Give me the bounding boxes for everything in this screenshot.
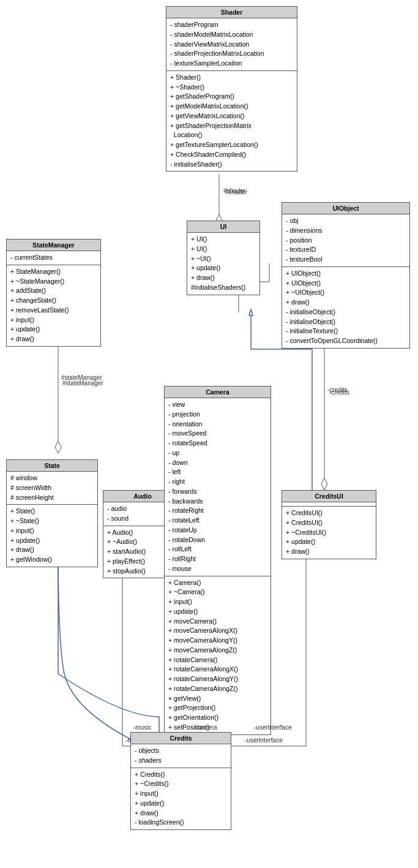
uiobject-box: UIObject - obj - dimensions - position -… — [282, 202, 410, 349]
statemanager-attributes: - currentStates — [7, 251, 100, 265]
shader-methods: + Shader() + ~Shader() + getShaderProgra… — [166, 71, 297, 172]
uiobject-methods: + UIObject() + UIObject() + ~UIObject() … — [282, 267, 409, 348]
credits-box: Credits - objects - shaders + Credits() … — [130, 732, 231, 830]
uml-diagram: #shader #stateManager -credits -camera -… — [0, 0, 418, 868]
svg-marker-8 — [321, 478, 327, 490]
state-title: State — [7, 460, 97, 472]
credits-attributes: - objects - shaders — [131, 744, 231, 768]
shader-attributes: - shaderProgram - shaderModelMatrixLocat… — [166, 18, 297, 71]
shader-box: Shader - shaderProgram - shaderModelMatr… — [166, 6, 297, 172]
creditsui-box: CreditsUI + CreditsUI() + CreditsUI() + … — [282, 490, 376, 559]
credits-title: Credits — [131, 733, 231, 744]
statemanager-box: StateManager - currentStates + StateMana… — [6, 239, 101, 347]
creditsui-title: CreditsUI — [282, 491, 376, 502]
music-label: -music — [133, 724, 151, 731]
camera-attributes: - view - projection - orientation - move… — [165, 398, 271, 576]
camera-methods: + Camera() + ~Camera() + input() + updat… — [165, 576, 271, 734]
uiobject-title: UIObject — [282, 203, 409, 214]
ui-box: UI + UI() + UI() + ~UI() + update() + dr… — [187, 221, 260, 295]
state-methods: + State() + ~State() + input() + update(… — [7, 505, 97, 567]
ui-title: UI — [187, 221, 259, 233]
state-box: State # window # screenWidth # screenHei… — [6, 459, 98, 567]
shader-label: #shader — [225, 189, 247, 195]
camera-box: Camera - view - projection - orientation… — [164, 386, 271, 735]
svg-marker-4 — [55, 441, 61, 453]
camera-label: -camera — [195, 724, 217, 731]
svg-marker-24 — [249, 309, 253, 315]
ui-methods: + UI() + UI() + ~UI() + update() + draw(… — [187, 233, 259, 295]
credits-ref-label: -credits — [329, 389, 349, 396]
shader-title: Shader — [166, 7, 297, 18]
creditsui-empty — [282, 502, 376, 507]
camera-title: Camera — [165, 387, 271, 398]
ui-label: -userInterface — [254, 724, 292, 731]
uiobject-attributes: - obj - dimensions - position - textureI… — [282, 214, 409, 267]
svg-text:-userInterface: -userInterface — [245, 737, 283, 744]
credits-methods: + Credits() + ~Credits() + input() + upd… — [131, 768, 231, 830]
state-attributes: # window # screenWidth # screenHeight — [7, 472, 97, 505]
statemanager-label: #stateManager — [62, 380, 103, 387]
statemanager-title: StateManager — [7, 240, 100, 251]
creditsui-methods: + CreditsUI() + CreditsUI() + ~CreditsUI… — [282, 507, 376, 559]
statemanager-methods: + StateManager() + ~StateManager() + add… — [7, 265, 100, 346]
